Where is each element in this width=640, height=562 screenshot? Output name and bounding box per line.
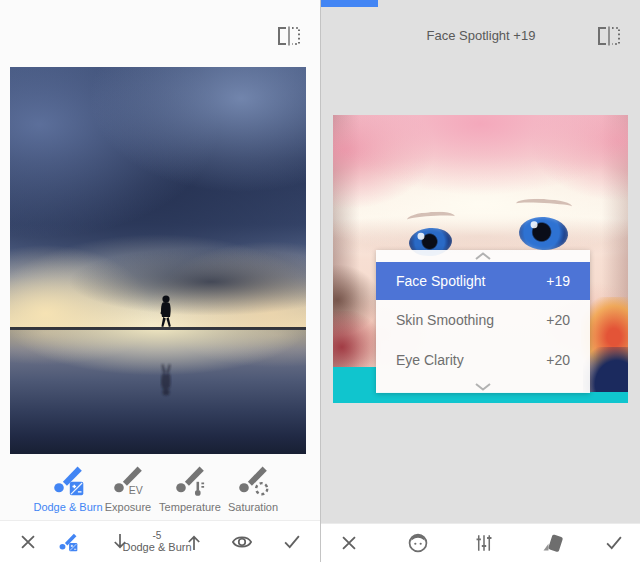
cancel-button[interactable] — [338, 532, 360, 554]
compare-icon — [276, 26, 302, 46]
menu-scroll-down[interactable] — [376, 380, 590, 393]
preview-mask-button[interactable] — [231, 530, 254, 553]
menu-scroll-up[interactable] — [376, 250, 590, 262]
brush-tools-toolbar: Dodge & Burn EV Exposure Temperature — [0, 454, 320, 520]
compare-before-after-button[interactable] — [596, 26, 622, 46]
photo-right-eyebrow — [516, 198, 573, 213]
compare-before-after-button[interactable] — [276, 26, 302, 46]
left-bottom-action-bar: -5 Dodge & Burn — [0, 520, 320, 562]
cancel-button[interactable] — [17, 531, 39, 553]
arrow-up-icon — [185, 530, 204, 553]
dodge-burn-brush-icon — [50, 462, 86, 498]
menu-item-skin-smoothing[interactable]: Skin Smoothing +20 — [376, 300, 590, 340]
menu-item-label: Face Spotlight — [396, 273, 486, 289]
close-icon — [17, 531, 39, 553]
tune-sliders-icon — [473, 532, 496, 555]
close-icon — [338, 532, 360, 554]
menu-item-label: Skin Smoothing — [396, 312, 494, 328]
photo-left-eyebrow — [407, 210, 456, 225]
right-bottom-action-bar — [321, 523, 640, 562]
increase-strength-button[interactable] — [185, 530, 204, 553]
photo-sky-layer — [10, 67, 306, 329]
temperature-brush-icon — [172, 462, 208, 498]
exposure-brush-icon: EV — [110, 462, 146, 498]
dodge-burn-brush-icon — [57, 531, 79, 553]
apply-button[interactable] — [603, 532, 625, 554]
adjustment-value: -5 — [122, 529, 191, 541]
check-icon — [603, 532, 625, 554]
adjustment-menu-overlay: Face Spotlight +19 Skin Smoothing +20 Ey… — [376, 250, 590, 393]
tool-saturation[interactable]: Saturation — [215, 462, 291, 513]
chevron-down-icon — [473, 382, 493, 392]
person-silhouette — [151, 292, 181, 428]
tilted-card-icon — [541, 531, 565, 555]
menu-item-face-spotlight[interactable]: Face Spotlight +19 — [376, 262, 590, 300]
tool-label: Temperature — [159, 501, 221, 513]
menu-item-value: +19 — [546, 273, 570, 289]
eye-icon — [231, 530, 254, 553]
apply-button[interactable] — [281, 531, 303, 553]
tool-label: Exposure — [105, 501, 151, 513]
active-brush-button[interactable] — [57, 531, 79, 553]
menu-item-label: Eye Clarity — [396, 352, 464, 368]
beach-silhouette-photo[interactable] — [10, 67, 306, 454]
compare-icon — [596, 26, 622, 46]
photo-teal-bottom-layer — [333, 392, 628, 403]
check-icon — [281, 531, 303, 553]
menu-item-eye-clarity[interactable]: Eye Clarity +20 — [376, 340, 590, 380]
snapseed-comparison-screenshot: Dodge & Burn EV Exposure Temperature — [0, 0, 640, 562]
menu-item-value: +20 — [546, 352, 570, 368]
left-editor-screen: Dodge & Burn EV Exposure Temperature — [0, 0, 320, 562]
chevron-up-icon — [473, 251, 493, 261]
menu-item-value: +20 — [546, 312, 570, 328]
ev-badge-text: EV — [129, 484, 143, 496]
face-select-button[interactable] — [407, 532, 430, 555]
photo-right-eye — [518, 215, 569, 251]
saturation-brush-icon — [235, 462, 271, 498]
adjustment-readout: -5 Dodge & Burn — [122, 529, 191, 553]
top-progress-strip — [321, 0, 378, 7]
adjustment-name: Dodge & Burn — [122, 541, 191, 554]
right-editor-screen: Face Spotlight +19 Face Spotlight +19 — [320, 0, 640, 562]
page-title: Face Spotlight +19 — [321, 28, 640, 43]
head-pose-button[interactable] — [541, 531, 565, 555]
face-icon — [407, 532, 430, 555]
tune-adjustments-button[interactable] — [473, 532, 496, 555]
tool-label: Saturation — [228, 501, 278, 513]
